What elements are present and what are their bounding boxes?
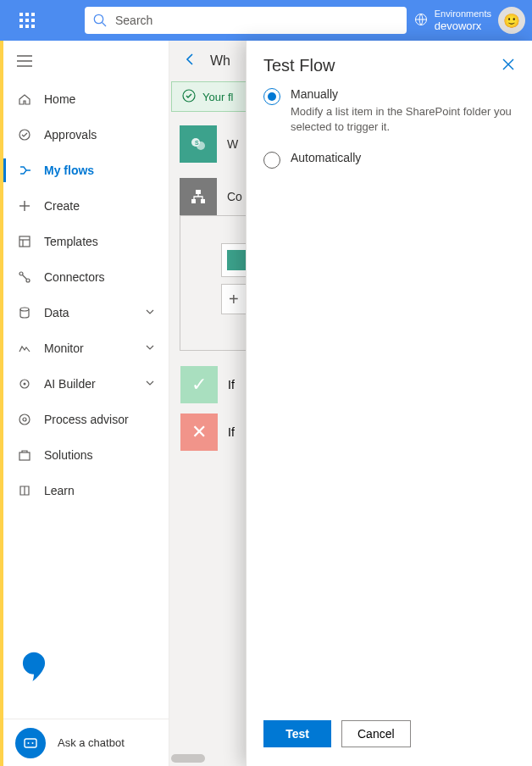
- search-input[interactable]: Search: [85, 7, 407, 34]
- scroll-thumb[interactable]: [171, 754, 205, 763]
- home-icon: [17, 92, 32, 107]
- chevron-down-icon: [145, 377, 155, 391]
- svg-point-32: [28, 742, 30, 744]
- sidebar-item-connectors[interactable]: Connectors: [3, 259, 169, 295]
- svg-text:S: S: [195, 140, 199, 146]
- sidebar-item-label: Solutions: [44, 448, 93, 462]
- approvals-icon: [17, 127, 32, 142]
- svg-rect-30: [19, 452, 30, 460]
- svg-rect-38: [196, 190, 201, 194]
- notice-text: Your fl: [202, 91, 233, 103]
- data-icon: [17, 305, 32, 320]
- cancel-button[interactable]: Cancel: [341, 720, 411, 747]
- condition-label: Co: [217, 190, 242, 203]
- flow-icon: [17, 163, 32, 178]
- sidebar-item-label: Templates: [44, 235, 98, 248]
- sidebar-item-learn[interactable]: Learn: [3, 473, 169, 508]
- option-title: Manually: [291, 87, 515, 101]
- ask-chatbot[interactable]: Ask a chatbot: [3, 719, 169, 766]
- radio-manually[interactable]: [263, 88, 280, 105]
- sidebar-item-label: Connectors: [44, 270, 105, 284]
- waffle-icon: [19, 13, 35, 28]
- sidebar-item-create[interactable]: Create: [3, 188, 169, 224]
- svg-point-22: [19, 272, 23, 275]
- plus-icon: [17, 198, 32, 214]
- ask-chatbot-label: Ask a chatbot: [58, 736, 125, 749]
- svg-point-29: [23, 418, 26, 421]
- panel-title: Test Flow: [263, 56, 502, 75]
- nav-collapse[interactable]: [3, 41, 169, 81]
- back-button[interactable]: [183, 52, 198, 70]
- app-launcher[interactable]: [7, 0, 47, 41]
- search-icon: [93, 14, 107, 27]
- svg-rect-1: [25, 13, 29, 16]
- option-title: Automatically: [291, 151, 361, 164]
- sidebar-item-myflows[interactable]: My flows: [3, 153, 169, 188]
- close-icon: [502, 58, 515, 71]
- left-nav: Home Approvals My flows Create Templates: [3, 41, 169, 766]
- svg-point-15: [19, 130, 30, 140]
- process-icon: [17, 412, 32, 427]
- check-mark-icon: ✓: [180, 366, 218, 403]
- chat-balloon-icon[interactable]: [19, 651, 49, 681]
- check-icon: [182, 89, 196, 105]
- sidebar-item-processadvisor[interactable]: Process advisor: [3, 402, 169, 437]
- search-wrap: Search: [85, 7, 407, 34]
- condition-icon: [180, 178, 217, 215]
- monitor-icon: [17, 341, 32, 356]
- chevron-down-icon: [145, 341, 155, 355]
- sidebar-item-label: Learn: [44, 484, 75, 497]
- svg-rect-6: [19, 25, 23, 28]
- templates-icon: [17, 234, 32, 249]
- option-automatically[interactable]: Automatically: [263, 151, 515, 169]
- svg-rect-39: [191, 199, 196, 203]
- learn-icon: [17, 483, 32, 498]
- test-button[interactable]: Test: [263, 720, 331, 747]
- svg-point-33: [32, 742, 34, 744]
- flow-title: Wh: [210, 53, 230, 69]
- sidebar-item-label: Monitor: [44, 341, 84, 355]
- sharepoint-icon: S: [180, 125, 217, 163]
- test-flow-panel: Test Flow Manually Modify a list item in…: [246, 41, 532, 766]
- sidebar-item-label: Create: [44, 199, 80, 213]
- sidebar-item-solutions[interactable]: Solutions: [3, 437, 169, 473]
- svg-rect-2: [31, 13, 35, 16]
- environment-picker[interactable]: Environments devoworx 🙂: [414, 7, 525, 34]
- add-label: +: [229, 290, 239, 309]
- svg-rect-40: [201, 199, 205, 203]
- svg-rect-5: [31, 19, 35, 22]
- avatar[interactable]: 🙂: [498, 7, 525, 34]
- svg-rect-3: [19, 19, 23, 22]
- option-desc: Modify a list item in the SharePoint fol…: [291, 104, 515, 134]
- sidebar-item-data[interactable]: Data: [3, 295, 169, 330]
- svg-rect-7: [25, 25, 29, 28]
- svg-line-10: [103, 23, 107, 27]
- svg-point-28: [19, 414, 30, 425]
- ai-icon: [17, 376, 32, 391]
- trigger-label: W: [217, 137, 238, 151]
- option-manually[interactable]: Manually Modify a list item in the Share…: [263, 87, 515, 134]
- sidebar-item-aibuilder[interactable]: AI Builder: [3, 366, 169, 402]
- close-button[interactable]: [502, 58, 515, 75]
- solutions-icon: [17, 447, 32, 463]
- hamburger-icon: [17, 55, 32, 67]
- svg-rect-31: [25, 739, 36, 747]
- radio-automatically[interactable]: [263, 152, 280, 169]
- sidebar-item-label: AI Builder: [44, 377, 96, 391]
- sidebar-item-approvals[interactable]: Approvals: [3, 117, 169, 153]
- bot-icon: [15, 728, 46, 758]
- if-yes-label: If: [218, 378, 235, 391]
- sidebar-item-home[interactable]: Home: [3, 81, 169, 117]
- if-no-label: If: [218, 425, 235, 439]
- svg-point-34: [183, 90, 195, 102]
- sidebar-item-monitor[interactable]: Monitor: [3, 330, 169, 366]
- sidebar-item-templates[interactable]: Templates: [3, 224, 169, 259]
- globe-icon: [414, 13, 428, 29]
- panel-header: Test Flow: [247, 41, 532, 87]
- env-labels: Environments devoworx: [435, 8, 491, 33]
- suite-header: Search Environments devoworx 🙂: [0, 0, 532, 41]
- sidebar-item-label: My flows: [44, 164, 94, 177]
- sidebar-item-label: Home: [44, 92, 75, 106]
- svg-point-27: [24, 383, 26, 386]
- sidebar-item-label: Approvals: [44, 128, 97, 142]
